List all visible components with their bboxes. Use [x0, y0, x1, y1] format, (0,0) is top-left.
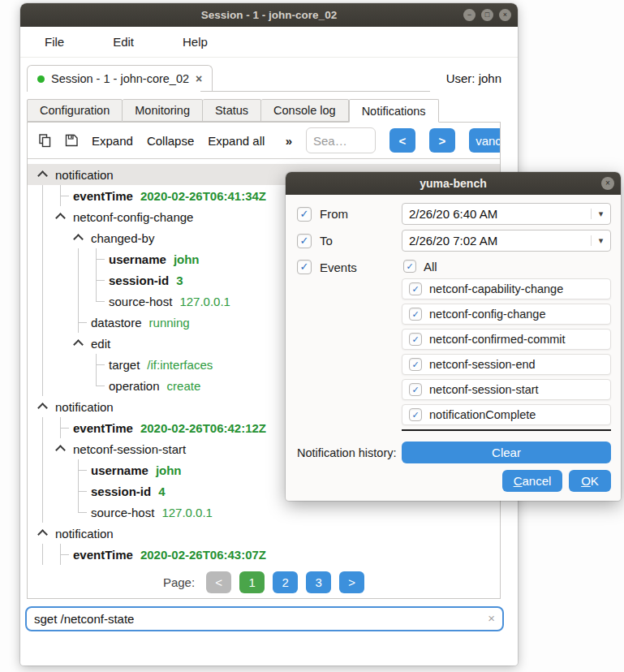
tree-node-value: 127.0.0.1 — [179, 295, 230, 308]
tree-row[interactable]: eventTime2020-02-26T06:43:07Z — [28, 544, 500, 565]
minimize-icon[interactable]: − — [463, 9, 476, 21]
window-titlebar[interactable]: Session - 1 - john-core_02 − □ × — [20, 3, 518, 27]
page-1-button[interactable]: 1 — [239, 571, 265, 593]
tab-console-log[interactable]: Console log — [261, 99, 349, 122]
tree-connector — [52, 417, 70, 438]
expand-button[interactable]: Expand — [92, 134, 133, 148]
collapse-chevron-icon[interactable] — [34, 164, 52, 185]
event-checkbox[interactable]: ✓ — [409, 358, 422, 371]
tree-guide — [52, 354, 70, 375]
tree-node-label: eventTime — [73, 421, 133, 435]
collapse-chevron-icon[interactable] — [34, 396, 52, 417]
page-3-button[interactable]: 3 — [306, 571, 331, 593]
maximize-icon[interactable]: □ — [481, 9, 493, 21]
event-checkbox[interactable]: ✓ — [409, 333, 422, 346]
event-item[interactable]: ✓ netconf-session-end — [402, 354, 611, 375]
event-checkbox[interactable]: ✓ — [409, 383, 422, 396]
tree-connector — [70, 312, 88, 333]
tree-guide — [34, 227, 52, 248]
tree-guide — [70, 291, 88, 312]
copy-icon[interactable] — [39, 134, 51, 148]
session-close-icon[interactable]: × — [196, 72, 202, 85]
to-row: ✓ To 2/26/20 7:02 AM ▾ — [295, 230, 611, 252]
toolbar-overflow-icon[interactable]: » — [286, 134, 292, 148]
page-2-button[interactable]: 2 — [273, 571, 298, 593]
history-row: Notification history: Clear — [295, 442, 611, 463]
collapse-button[interactable]: Collapse — [147, 134, 194, 148]
close-icon[interactable]: × — [499, 9, 511, 21]
clear-input-icon[interactable]: × — [488, 611, 495, 625]
tree-guide — [34, 438, 52, 459]
event-checkbox[interactable]: ✓ — [409, 282, 422, 295]
tree-guide — [52, 375, 70, 396]
to-label: To — [320, 234, 333, 248]
search-input[interactable] — [306, 127, 376, 153]
tab-configuration[interactable]: Configuration — [27, 99, 123, 122]
search-next-button[interactable]: > — [429, 128, 455, 153]
tree-row[interactable]: notification — [28, 523, 500, 544]
tab-monitoring[interactable]: Monitoring — [123, 99, 203, 122]
tree-node-label: datastore — [91, 316, 142, 330]
chevron-down-icon[interactable]: ▾ — [591, 209, 610, 219]
dialog-body: ✓ From 2/26/20 6:40 AM ▾ ✓ To 2/26/20 7:… — [286, 195, 621, 500]
advanced-button[interactable]: vanc — [469, 128, 500, 153]
event-checkbox[interactable]: ✓ — [409, 408, 422, 421]
from-datetime-dropdown[interactable]: 2/26/20 6:40 AM ▾ — [402, 203, 611, 225]
tree-node-value: 2020-02-26T06:43:07Z — [140, 548, 266, 562]
tab-status[interactable]: Status — [203, 99, 261, 122]
tree-connector — [88, 248, 105, 269]
session-tab[interactable]: Session - 1 - john-core_02 × — [27, 65, 213, 92]
save-icon[interactable] — [65, 134, 78, 147]
all-checkbox[interactable]: ✓ — [403, 260, 416, 273]
chevron-down-icon[interactable]: ▾ — [591, 235, 610, 246]
event-item[interactable]: ✓ netconf-confirmed-commit — [402, 329, 611, 350]
to-datetime-value: 2/26/20 7:02 AM — [402, 234, 591, 248]
collapse-chevron-icon[interactable] — [52, 206, 70, 227]
notifications-toolbar: Expand Collapse Expand all » < > vanc — [28, 123, 500, 159]
collapse-chevron-icon[interactable] — [34, 523, 52, 544]
list-scrollbar[interactable] — [402, 429, 611, 431]
from-label: From — [320, 207, 348, 221]
dialog-close-icon[interactable]: × — [601, 177, 614, 190]
page-next-button[interactable]: > — [339, 571, 364, 593]
tree-guide — [52, 291, 70, 312]
page-prev-button[interactable]: < — [206, 571, 231, 593]
event-item[interactable]: ✓ netconf-session-start — [402, 379, 611, 400]
collapse-chevron-icon[interactable] — [52, 438, 70, 459]
tree-node-value: create — [167, 379, 201, 393]
event-item[interactable]: ✓ notificationComplete — [402, 404, 611, 425]
search-prev-button[interactable]: < — [389, 128, 415, 153]
event-item[interactable]: ✓ netconf-config-change — [402, 304, 611, 325]
tree-node-label: session-id — [91, 485, 151, 498]
tree-node-value: /if:interfaces — [147, 358, 213, 372]
collapse-chevron-icon[interactable] — [70, 227, 88, 248]
menu-help[interactable]: Help — [183, 35, 208, 49]
cancel-button[interactable]: Cancel — [502, 470, 562, 492]
desktop: Session - 1 - john-core_02 − □ × File Ed… — [0, 0, 624, 672]
tree-guide — [52, 480, 70, 502]
menu-edit[interactable]: Edit — [113, 35, 134, 49]
to-checkbox[interactable]: ✓ — [297, 234, 312, 248]
events-checkbox[interactable]: ✓ — [297, 260, 312, 274]
tree-node-label: changed-by — [91, 231, 154, 245]
tree-connector — [52, 185, 70, 206]
event-item[interactable]: ✓ netconf-capability-change — [402, 278, 611, 299]
to-datetime-dropdown[interactable]: 2/26/20 7:02 AM ▾ — [402, 230, 611, 252]
event-checkbox[interactable]: ✓ — [409, 308, 422, 321]
ok-button[interactable]: OK — [569, 470, 611, 492]
command-input[interactable] — [25, 606, 504, 631]
dialog-titlebar[interactable]: yuma-bench × — [286, 172, 621, 195]
tree-connector — [88, 269, 105, 291]
command-row: × — [25, 606, 504, 631]
menu-file[interactable]: File — [45, 35, 64, 49]
collapse-chevron-icon[interactable] — [70, 333, 88, 354]
user-label: User: john — [446, 71, 501, 85]
clear-history-button[interactable]: Clear — [402, 442, 611, 463]
from-checkbox[interactable]: ✓ — [297, 207, 312, 222]
tree-node-label: eventTime — [73, 548, 133, 562]
tree-row[interactable]: source-host127.0.0.1 — [28, 502, 500, 523]
tree-guide — [34, 206, 52, 227]
tab-notifications[interactable]: Notifications — [349, 99, 439, 123]
tree-guide — [52, 459, 70, 480]
expand-all-button[interactable]: Expand all — [208, 134, 265, 148]
